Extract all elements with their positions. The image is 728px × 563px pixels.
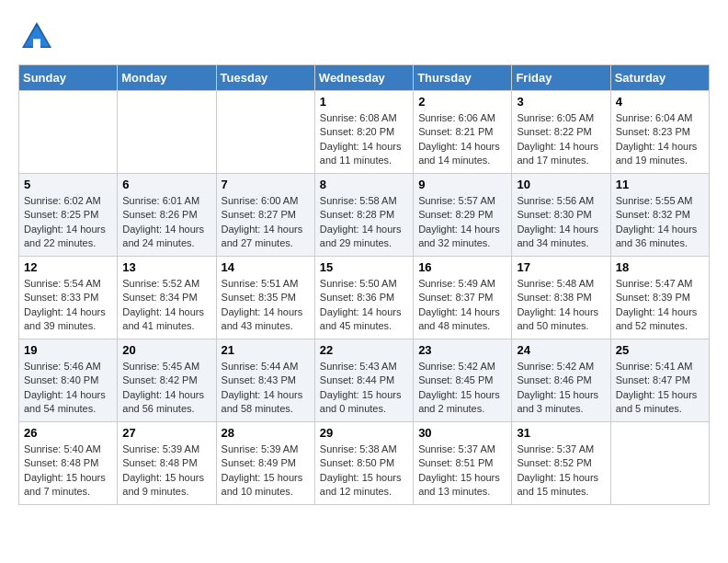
day-number: 6	[122, 178, 210, 191]
day-header-saturday: Saturday	[610, 65, 709, 91]
day-number: 4	[616, 95, 704, 109]
calendar-week-row: 12Sunrise: 5:54 AMSunset: 8:33 PMDayligh…	[19, 257, 710, 339]
day-number: 26	[24, 426, 112, 440]
day-info: Sunrise: 5:41 AMSunset: 8:47 PMDaylight:…	[616, 360, 704, 417]
day-number: 24	[517, 343, 605, 357]
day-info: Sunrise: 5:46 AMSunset: 8:40 PMDaylight:…	[24, 360, 112, 417]
calendar-cell: 21Sunrise: 5:44 AMSunset: 8:43 PMDayligh…	[216, 339, 314, 422]
day-number: 5	[24, 178, 112, 191]
calendar-cell: 30Sunrise: 5:37 AMSunset: 8:51 PMDayligh…	[414, 422, 512, 505]
day-info: Sunrise: 5:37 AMSunset: 8:52 PMDaylight:…	[517, 442, 605, 500]
calendar-cell: 29Sunrise: 5:38 AMSunset: 8:50 PMDayligh…	[314, 422, 413, 505]
day-info: Sunrise: 5:50 AMSunset: 8:36 PMDaylight:…	[320, 277, 408, 334]
calendar-cell: 19Sunrise: 5:46 AMSunset: 8:40 PMDayligh…	[19, 339, 118, 422]
day-info: Sunrise: 6:08 AMSunset: 8:20 PMDaylight:…	[320, 111, 408, 168]
svg-rect-2	[33, 39, 40, 48]
calendar-cell: 28Sunrise: 5:39 AMSunset: 8:49 PMDayligh…	[216, 422, 314, 505]
day-info: Sunrise: 5:39 AMSunset: 8:49 PMDaylight:…	[222, 442, 310, 500]
calendar-cell	[19, 91, 118, 174]
calendar-cell: 2Sunrise: 6:06 AMSunset: 8:21 PMDaylight…	[414, 91, 512, 174]
calendar-cell: 7Sunrise: 6:00 AMSunset: 8:27 PMDaylight…	[216, 174, 314, 257]
day-number: 9	[418, 178, 506, 191]
day-number: 30	[418, 426, 506, 440]
day-number: 18	[616, 260, 704, 274]
calendar-week-row: 26Sunrise: 5:40 AMSunset: 8:48 PMDayligh…	[19, 422, 710, 505]
day-info: Sunrise: 5:49 AMSunset: 8:37 PMDaylight:…	[418, 277, 506, 334]
day-number: 16	[418, 260, 506, 274]
day-number: 2	[418, 95, 506, 109]
calendar-cell: 8Sunrise: 5:58 AMSunset: 8:28 PMDaylight…	[314, 174, 413, 257]
day-number: 15	[320, 260, 408, 274]
day-info: Sunrise: 5:43 AMSunset: 8:44 PMDaylight:…	[320, 360, 408, 417]
calendar-week-row: 5Sunrise: 6:02 AMSunset: 8:25 PMDaylight…	[19, 174, 710, 257]
calendar-cell: 17Sunrise: 5:48 AMSunset: 8:38 PMDayligh…	[512, 257, 610, 339]
day-info: Sunrise: 5:42 AMSunset: 8:45 PMDaylight:…	[418, 360, 506, 417]
calendar-cell: 13Sunrise: 5:52 AMSunset: 8:34 PMDayligh…	[118, 257, 216, 339]
calendar-cell: 12Sunrise: 5:54 AMSunset: 8:33 PMDayligh…	[19, 257, 118, 339]
day-number: 29	[320, 426, 408, 440]
page-header	[18, 18, 710, 55]
day-number: 3	[517, 95, 605, 109]
calendar-cell: 18Sunrise: 5:47 AMSunset: 8:39 PMDayligh…	[610, 257, 709, 339]
day-number: 14	[222, 260, 310, 274]
day-number: 22	[320, 343, 408, 357]
calendar-week-row: 1Sunrise: 6:08 AMSunset: 8:20 PMDaylight…	[19, 91, 710, 174]
day-number: 7	[222, 178, 310, 191]
day-header-monday: Monday	[118, 65, 216, 91]
day-info: Sunrise: 6:01 AMSunset: 8:26 PMDaylight:…	[122, 194, 210, 251]
calendar-cell: 22Sunrise: 5:43 AMSunset: 8:44 PMDayligh…	[314, 339, 413, 422]
day-info: Sunrise: 5:55 AMSunset: 8:32 PMDaylight:…	[616, 194, 704, 251]
day-number: 13	[122, 260, 210, 274]
day-info: Sunrise: 6:06 AMSunset: 8:21 PMDaylight:…	[418, 111, 506, 168]
calendar-cell: 11Sunrise: 5:55 AMSunset: 8:32 PMDayligh…	[610, 174, 709, 257]
day-number: 25	[616, 343, 704, 357]
day-header-tuesday: Tuesday	[216, 65, 314, 91]
calendar-cell: 4Sunrise: 6:04 AMSunset: 8:23 PMDaylight…	[610, 91, 709, 174]
day-header-wednesday: Wednesday	[314, 65, 413, 91]
calendar-cell: 6Sunrise: 6:01 AMSunset: 8:26 PMDaylight…	[118, 174, 216, 257]
calendar-cell: 3Sunrise: 6:05 AMSunset: 8:22 PMDaylight…	[512, 91, 610, 174]
logo	[18, 18, 59, 55]
day-number: 1	[320, 95, 408, 109]
calendar-cell: 20Sunrise: 5:45 AMSunset: 8:42 PMDayligh…	[118, 339, 216, 422]
day-number: 10	[517, 178, 605, 191]
calendar-cell: 23Sunrise: 5:42 AMSunset: 8:45 PMDayligh…	[414, 339, 512, 422]
day-info: Sunrise: 5:38 AMSunset: 8:50 PMDaylight:…	[320, 442, 408, 500]
calendar-header-row: SundayMondayTuesdayWednesdayThursdayFrid…	[19, 65, 710, 91]
day-info: Sunrise: 6:00 AMSunset: 8:27 PMDaylight:…	[222, 194, 310, 251]
day-info: Sunrise: 5:56 AMSunset: 8:30 PMDaylight:…	[517, 194, 605, 251]
day-info: Sunrise: 5:39 AMSunset: 8:48 PMDaylight:…	[122, 442, 210, 500]
day-info: Sunrise: 5:57 AMSunset: 8:29 PMDaylight:…	[418, 194, 506, 251]
day-info: Sunrise: 5:37 AMSunset: 8:51 PMDaylight:…	[418, 442, 506, 500]
day-number: 17	[517, 260, 605, 274]
day-number: 8	[320, 178, 408, 191]
day-info: Sunrise: 5:44 AMSunset: 8:43 PMDaylight:…	[222, 360, 310, 417]
day-header-friday: Friday	[512, 65, 610, 91]
day-header-thursday: Thursday	[414, 65, 512, 91]
day-number: 21	[222, 343, 310, 357]
calendar-cell	[118, 91, 216, 174]
day-number: 31	[517, 426, 605, 440]
calendar-cell	[610, 422, 709, 505]
day-number: 23	[418, 343, 506, 357]
calendar-week-row: 19Sunrise: 5:46 AMSunset: 8:40 PMDayligh…	[19, 339, 710, 422]
day-info: Sunrise: 5:52 AMSunset: 8:34 PMDaylight:…	[122, 277, 210, 334]
calendar-cell: 31Sunrise: 5:37 AMSunset: 8:52 PMDayligh…	[512, 422, 610, 505]
calendar-cell: 26Sunrise: 5:40 AMSunset: 8:48 PMDayligh…	[19, 422, 118, 505]
day-number: 11	[616, 178, 704, 191]
day-number: 20	[122, 343, 210, 357]
day-info: Sunrise: 5:58 AMSunset: 8:28 PMDaylight:…	[320, 194, 408, 251]
day-header-sunday: Sunday	[19, 65, 118, 91]
calendar-cell: 14Sunrise: 5:51 AMSunset: 8:35 PMDayligh…	[216, 257, 314, 339]
calendar-cell	[216, 91, 314, 174]
day-info: Sunrise: 5:48 AMSunset: 8:38 PMDaylight:…	[517, 277, 605, 334]
calendar-cell: 5Sunrise: 6:02 AMSunset: 8:25 PMDaylight…	[19, 174, 118, 257]
logo-icon	[18, 18, 55, 55]
day-info: Sunrise: 5:51 AMSunset: 8:35 PMDaylight:…	[222, 277, 310, 334]
calendar-cell: 16Sunrise: 5:49 AMSunset: 8:37 PMDayligh…	[414, 257, 512, 339]
calendar-cell: 9Sunrise: 5:57 AMSunset: 8:29 PMDaylight…	[414, 174, 512, 257]
calendar-table: SundayMondayTuesdayWednesdayThursdayFrid…	[18, 64, 710, 505]
day-number: 19	[24, 343, 112, 357]
day-info: Sunrise: 5:40 AMSunset: 8:48 PMDaylight:…	[24, 442, 112, 500]
day-info: Sunrise: 6:05 AMSunset: 8:22 PMDaylight:…	[517, 111, 605, 168]
